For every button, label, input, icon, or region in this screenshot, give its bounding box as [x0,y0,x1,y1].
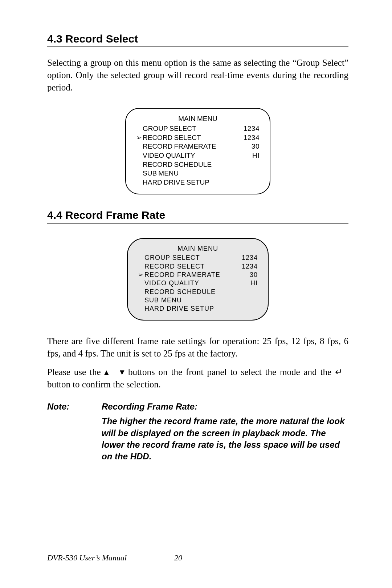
menu-cursor: ➢ [136,133,143,142]
menu-row: SUB MENU [136,169,260,178]
menu-label: GROUP SELECT [144,254,236,262]
menu-label: SUB MENU [143,169,238,178]
menu-label: RECORD FRAMERATE [143,142,238,151]
menu-value: HI [236,279,258,287]
menu-row: RECORD SCHEDULE [138,288,258,296]
menu-row: HARD DRIVE SETUP [136,178,260,187]
main-menu-box-2: MAIN MENU GROUP SELECT 1234 RECORD SELEC… [127,238,269,321]
menu-cursor: ➢ [138,271,144,279]
menu-row: SUB MENU [138,296,258,305]
menu-label: RECORD SELECT [144,262,236,271]
up-arrow-icon: ▴ [104,367,109,377]
menu-value: 30 [236,271,258,279]
section-4-4-rule [47,223,348,223]
section-4-4-heading: 4.4 Record Frame Rate [47,209,348,221]
menu-row: HARD DRIVE SETUP [138,305,258,313]
main-menu-box-1: MAIN MENU GROUP SELECT 1234 ➢ RECORD SEL… [125,108,270,194]
menu-title: MAIN MENU [138,245,258,253]
footer-doc-title: DVR-530 User’s Manual [47,553,127,562]
menu-screenshot-4-4: MAIN MENU GROUP SELECT 1234 RECORD SELEC… [47,238,348,321]
text-fragment: buttons on the front panel to select the… [128,367,335,377]
text-fragment: button to confirm the selection. [47,379,161,389]
menu-title: MAIN MENU [136,114,260,124]
menu-value: 1234 [238,133,260,142]
section-4-4-paragraph-1: There are five different frame rate sett… [47,335,348,360]
menu-label: HARD DRIVE SETUP [143,178,238,187]
menu-label: RECORD SELECT [143,133,238,142]
menu-value: 1234 [236,254,258,262]
note-title: Recording Frame Rate: [102,401,348,412]
footer-page-number: 20 [174,553,182,563]
menu-label: VIDEO QUALITY [144,279,236,287]
section-4-3-paragraph: Selecting a group on this menu option is… [47,57,348,93]
menu-row: RECORD SCHEDULE [136,160,260,169]
note-label: Note: [47,401,102,466]
down-arrow-icon: ▾ [120,367,124,377]
menu-label: VIDEO QUALITY [143,151,238,160]
note-text: The higher the record frame rate, the mo… [102,415,348,463]
menu-label: HARD DRIVE SETUP [144,305,236,313]
note-block: Note: Recording Frame Rate: The higher t… [47,401,348,466]
menu-row: RECORD SELECT 1234 [138,262,258,271]
menu-value: 1234 [236,262,258,271]
section-4-3-heading: 4.3 Record Select [47,33,348,45]
manual-page: 4.3 Record Select Selecting a group on t… [0,0,392,588]
enter-icon: ↵ [335,367,343,377]
menu-label: RECORD SCHEDULE [144,288,236,296]
menu-label: GROUP SELECT [143,124,238,133]
page-footer: DVR-530 User’s Manual 20 [47,553,348,563]
menu-row: VIDEO QUALITY HI [136,151,260,160]
menu-row: GROUP SELECT 1234 [136,124,260,133]
menu-value: HI [238,151,260,160]
menu-label: RECORD SCHEDULE [143,160,238,169]
menu-screenshot-4-3: MAIN MENU GROUP SELECT 1234 ➢ RECORD SEL… [47,108,348,194]
text-fragment: Please use the [47,367,104,377]
section-4-4-paragraph-2: Please use the ▴ ▾ buttons on the front … [47,366,348,391]
menu-row: GROUP SELECT 1234 [138,254,258,262]
menu-value: 1234 [238,124,260,133]
menu-label: RECORD FRAMERATE [144,271,236,279]
menu-value: 30 [238,142,260,151]
menu-row: VIDEO QUALITY HI [138,279,258,287]
note-body: Recording Frame Rate: The higher the rec… [102,401,348,466]
section-4-3-rule [47,47,348,47]
menu-row: ➢ RECORD FRAMERATE 30 [138,271,258,279]
menu-label: SUB MENU [144,296,236,305]
menu-row: ➢ RECORD SELECT 1234 [136,133,260,142]
menu-row: RECORD FRAMERATE 30 [136,142,260,151]
